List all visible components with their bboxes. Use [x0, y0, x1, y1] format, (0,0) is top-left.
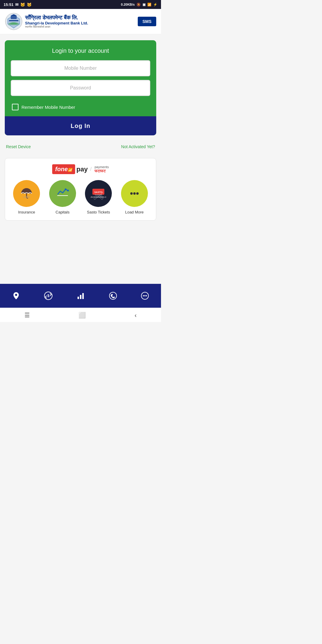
svg-point-6: [23, 196, 30, 198]
chart-icon: [55, 186, 70, 201]
mute-icon: 🔕: [137, 3, 141, 7]
android-navigation: ☰ ⬜ ‹: [0, 308, 161, 322]
sim-icon: ▣: [143, 3, 145, 7]
svg-point-15: [133, 192, 136, 195]
android-home-button[interactable]: ⬜: [78, 312, 86, 318]
sasto-tickets-service[interactable]: SASTO TICKETS www.sastotickets.com Sasto…: [85, 180, 112, 214]
svg-rect-3: [11, 16, 17, 19]
cat-icon2: 🐱: [27, 2, 32, 7]
umbrella-icon: [19, 186, 34, 201]
svg-point-14: [130, 192, 133, 195]
load-more-icon-circle: [121, 180, 148, 207]
svg-text:SASTO: SASTO: [95, 191, 103, 193]
svg-point-9: [67, 190, 69, 191]
capitals-label: Capitals: [55, 210, 69, 214]
call-icon: [109, 291, 117, 300]
status-time: 15:51: [4, 2, 13, 7]
payment-card: fone📶 pay / payments फटाफट: [5, 158, 156, 221]
login-card: Login to your account Remember Mobile Nu…: [5, 40, 156, 135]
remember-row: Remember Mobile Number: [11, 104, 150, 110]
services-row: Insurance Capitals: [10, 180, 151, 214]
status-bar: 15:51 ✉ 🐱 🐱 0.20KB/s 🔕 ▣ 📶 ⚡: [0, 0, 161, 9]
payments-np: फटाफट: [95, 169, 106, 174]
logo-nepali-text: साँग्रिला डेभलपमेन्ट बैंक लि.: [25, 15, 88, 21]
android-back-button[interactable]: ‹: [135, 312, 137, 318]
location-nav-item[interactable]: [12, 291, 21, 300]
load-more-icon: [127, 186, 142, 201]
remember-label: Remember Mobile Number: [21, 105, 75, 110]
bottom-navigation: $: [0, 284, 161, 308]
not-activated-link[interactable]: Not Activated Yet?: [121, 144, 155, 149]
svg-point-16: [136, 192, 139, 195]
sasto-tickets-icon-circle: SASTO TICKETS www.sastotickets.com: [85, 180, 112, 207]
password-input[interactable]: [11, 80, 150, 96]
network-speed: 0.20KB/s: [121, 3, 135, 6]
capitals-service[interactable]: Capitals: [49, 180, 76, 214]
chart-nav-item[interactable]: [76, 291, 85, 300]
pay-brand: pay: [76, 165, 88, 173]
load-more-label: Load More: [125, 210, 144, 214]
load-more-service[interactable]: Load More: [121, 180, 148, 214]
remember-checkbox[interactable]: [12, 104, 18, 110]
sasto-tickets-label: Sasto Tickets: [87, 210, 110, 214]
fone-brand: fone📶: [52, 164, 75, 174]
fonepay-logo: fone📶 pay / payments फटाफट: [10, 164, 151, 174]
payments-en: payments: [95, 165, 109, 169]
svg-rect-2: [9, 20, 18, 21]
divider: /: [90, 166, 92, 172]
svg-point-25: [143, 295, 144, 296]
exchange-nav-item[interactable]: $: [44, 291, 53, 301]
login-button[interactable]: Log In: [5, 116, 156, 135]
wifi-icon: 📶: [147, 3, 151, 7]
chat-icon: [140, 291, 149, 300]
bar-chart-icon: [76, 291, 85, 300]
svg-rect-21: [80, 295, 81, 299]
reset-device-link[interactable]: Reset Device: [6, 144, 31, 149]
login-title: Login to your account: [11, 47, 150, 54]
main-content: Login to your account Remember Mobile Nu…: [0, 34, 161, 255]
mobile-number-input[interactable]: [11, 60, 150, 76]
svg-point-8: [65, 188, 66, 190]
android-menu-button[interactable]: ☰: [24, 312, 30, 318]
battery-icon: ⚡: [153, 3, 157, 7]
bank-logo: साँग्रिला डेभलपमेन्ट बैंक लि. Shangri-la…: [5, 13, 88, 30]
sms-button[interactable]: SMS: [138, 17, 156, 26]
logo-english-text: Shangri-la Development Bank Ltd.: [25, 21, 88, 25]
sasto-tickets-icon: SASTO TICKETS www.sastotickets.com: [91, 186, 106, 201]
logo-text: साँग्रिला डेभलपमेन्ट बैंक लि. Shangri-la…: [25, 15, 88, 29]
logo-tagline-text: स्थानीय विकासकोर्ता आधार: [25, 25, 88, 29]
capitals-icon-circle: [49, 180, 76, 207]
svg-point-26: [144, 295, 145, 296]
svg-point-23: [109, 292, 117, 299]
app-header: साँग्रिला डेभलपमेन्ट बैंक लि. Shangri-la…: [0, 9, 161, 34]
chat-nav-item[interactable]: [140, 291, 149, 300]
insurance-label: Insurance: [18, 210, 35, 214]
location-icon: [12, 291, 21, 300]
gmail-icon: ✉: [15, 2, 18, 7]
exchange-icon: $: [44, 291, 53, 301]
svg-rect-7: [57, 195, 68, 196]
cat-icon1: 🐱: [20, 2, 25, 7]
svg-rect-20: [78, 297, 79, 299]
insurance-icon-circle: [13, 180, 40, 207]
svg-point-27: [146, 295, 147, 296]
svg-text:$: $: [47, 294, 49, 298]
call-nav-item[interactable]: [109, 291, 117, 300]
payments-text: payments फटाफट: [95, 165, 109, 174]
links-row: Reset Device Not Activated Yet?: [5, 140, 156, 153]
svg-point-17: [15, 294, 17, 296]
logo-icon: [5, 13, 23, 30]
svg-rect-22: [82, 293, 84, 299]
insurance-service[interactable]: Insurance: [13, 180, 40, 214]
